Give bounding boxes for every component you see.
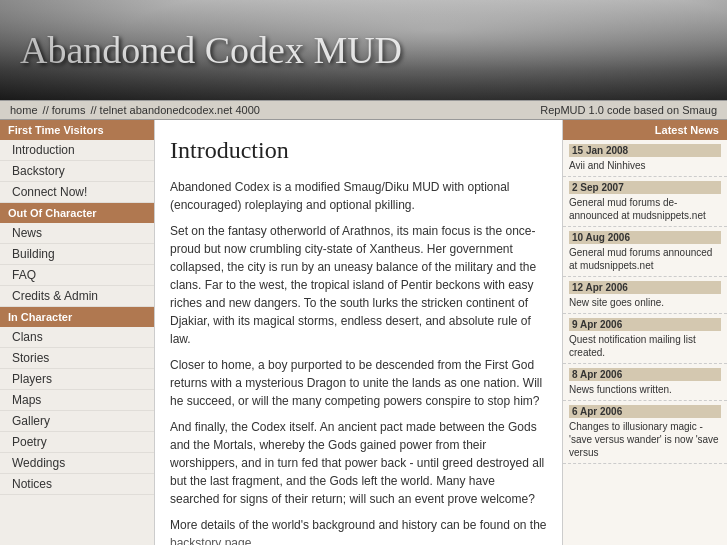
news-date-0: 15 Jan 2008 [569,144,721,157]
nav-telnet[interactable]: // telnet abandonedcodex.net 4000 [90,104,259,116]
news-panel-header: Latest News [563,120,727,140]
news-date-3: 12 Apr 2006 [569,281,721,294]
sidebar-item-poetry[interactable]: Poetry [0,432,154,453]
news-item-0: 15 Jan 2008 Avii and Ninhives [563,140,727,177]
sidebar-item-building[interactable]: Building [0,244,154,265]
sidebar-item-weddings[interactable]: Weddings [0,453,154,474]
news-item-2: 10 Aug 2006 General mud forums announced… [563,227,727,277]
navbar-left: home // forums // telnet abandonedcodex.… [10,104,262,116]
news-date-6: 6 Apr 2006 [569,405,721,418]
navbar: home // forums // telnet abandonedcodex.… [0,100,727,120]
news-text-1: General mud forums de-announced at mudsn… [569,196,721,222]
sidebar-item-news[interactable]: News [0,223,154,244]
news-text-4: Quest notification mailing list created. [569,333,721,359]
news-text-3: New site goes online. [569,296,721,309]
content-para-3: Closer to home, a boy purported to be de… [170,356,547,410]
navbar-right: RepMUD 1.0 code based on Smaug [540,104,717,116]
content-para-4: And finally, the Codex itself. An ancien… [170,418,547,508]
news-date-1: 2 Sep 2007 [569,181,721,194]
news-text-2: General mud forums announced at mudsnipp… [569,246,721,272]
news-date-4: 9 Apr 2006 [569,318,721,331]
content-para-1: Abandoned Codex is a modified Smaug/Diku… [170,178,547,214]
news-text-6: Changes to illusionary magic - 'save ver… [569,420,721,459]
sidebar-item-maps[interactable]: Maps [0,390,154,411]
news-date-5: 8 Apr 2006 [569,368,721,381]
sidebar-item-faq[interactable]: FAQ [0,265,154,286]
site-header: Abandoned Codex MUD [0,0,727,100]
sidebar-item-backstory[interactable]: Backstory [0,161,154,182]
sidebar: First Time Visitors Introduction Backsto… [0,120,155,545]
sidebar-item-stories[interactable]: Stories [0,348,154,369]
main-layout: First Time Visitors Introduction Backsto… [0,120,727,545]
sidebar-section-first-time-visitors: First Time Visitors [0,120,154,140]
sidebar-item-credits-admin[interactable]: Credits & Admin [0,286,154,307]
site-title: Abandoned Codex MUD [0,0,727,100]
news-item-6: 6 Apr 2006 Changes to illusionary magic … [563,401,727,464]
sidebar-item-players[interactable]: Players [0,369,154,390]
sidebar-item-gallery[interactable]: Gallery [0,411,154,432]
sidebar-item-introduction[interactable]: Introduction [0,140,154,161]
backstory-link[interactable]: backstory page [170,536,251,545]
content-para-2: Set on the fantasy otherworld of Arathno… [170,222,547,348]
news-item-1: 2 Sep 2007 General mud forums de-announc… [563,177,727,227]
sidebar-item-connect-now[interactable]: Connect Now! [0,182,154,203]
sidebar-section-in-character: In Character [0,307,154,327]
news-item-5: 8 Apr 2006 News functions written. [563,364,727,401]
nav-forums[interactable]: // forums [43,104,86,116]
content-para-5: More details of the world's background a… [170,516,547,545]
news-text-0: Avii and Ninhives [569,159,721,172]
sidebar-item-notices[interactable]: Notices [0,474,154,495]
news-text-5: News functions written. [569,383,721,396]
nav-home[interactable]: home [10,104,38,116]
content-heading: Introduction [170,132,547,168]
news-date-2: 10 Aug 2006 [569,231,721,244]
main-content: Introduction Abandoned Codex is a modifi… [155,120,562,545]
sidebar-item-clans[interactable]: Clans [0,327,154,348]
news-item-4: 9 Apr 2006 Quest notification mailing li… [563,314,727,364]
news-item-3: 12 Apr 2006 New site goes online. [563,277,727,314]
news-panel: Latest News 15 Jan 2008 Avii and Ninhive… [562,120,727,545]
sidebar-section-out-of-character: Out Of Character [0,203,154,223]
